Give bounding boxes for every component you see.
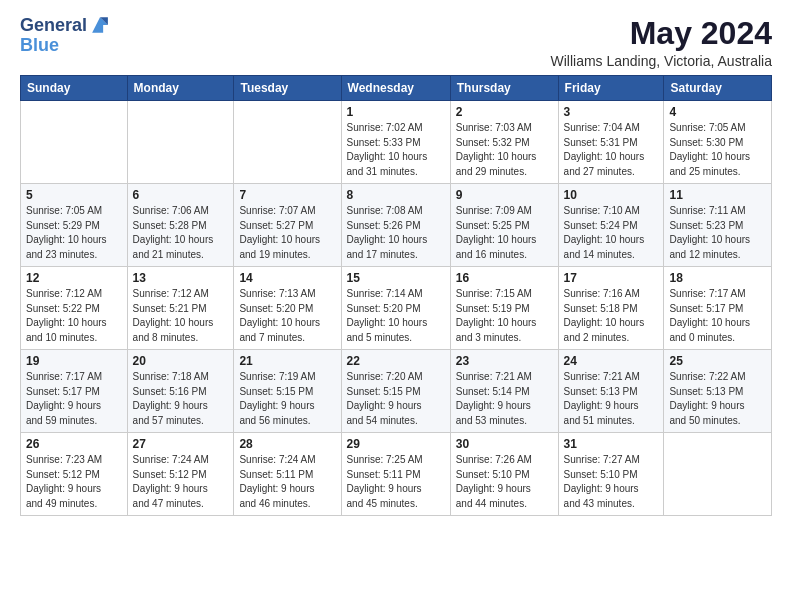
- day-number: 8: [347, 188, 445, 202]
- day-number: 3: [564, 105, 659, 119]
- calendar-week-row: 12Sunrise: 7:12 AMSunset: 5:22 PMDayligh…: [21, 267, 772, 350]
- day-info: Sunrise: 7:18 AMSunset: 5:16 PMDaylight:…: [133, 370, 229, 428]
- table-row: 9Sunrise: 7:09 AMSunset: 5:25 PMDaylight…: [450, 184, 558, 267]
- day-info: Sunrise: 7:04 AMSunset: 5:31 PMDaylight:…: [564, 121, 659, 179]
- table-row: 28Sunrise: 7:24 AMSunset: 5:11 PMDayligh…: [234, 433, 341, 516]
- table-row: 12Sunrise: 7:12 AMSunset: 5:22 PMDayligh…: [21, 267, 128, 350]
- table-row: 31Sunrise: 7:27 AMSunset: 5:10 PMDayligh…: [558, 433, 664, 516]
- table-row: 19Sunrise: 7:17 AMSunset: 5:17 PMDayligh…: [21, 350, 128, 433]
- day-number: 11: [669, 188, 766, 202]
- day-info: Sunrise: 7:24 AMSunset: 5:12 PMDaylight:…: [133, 453, 229, 511]
- day-info: Sunrise: 7:05 AMSunset: 5:29 PMDaylight:…: [26, 204, 122, 262]
- day-info: Sunrise: 7:22 AMSunset: 5:13 PMDaylight:…: [669, 370, 766, 428]
- table-row: 14Sunrise: 7:13 AMSunset: 5:20 PMDayligh…: [234, 267, 341, 350]
- day-info: Sunrise: 7:17 AMSunset: 5:17 PMDaylight:…: [26, 370, 122, 428]
- day-number: 27: [133, 437, 229, 451]
- table-row: 3Sunrise: 7:04 AMSunset: 5:31 PMDaylight…: [558, 101, 664, 184]
- calendar-week-row: 26Sunrise: 7:23 AMSunset: 5:12 PMDayligh…: [21, 433, 772, 516]
- table-row: 11Sunrise: 7:11 AMSunset: 5:23 PMDayligh…: [664, 184, 772, 267]
- table-row: 24Sunrise: 7:21 AMSunset: 5:13 PMDayligh…: [558, 350, 664, 433]
- table-row: 22Sunrise: 7:20 AMSunset: 5:15 PMDayligh…: [341, 350, 450, 433]
- table-row: 27Sunrise: 7:24 AMSunset: 5:12 PMDayligh…: [127, 433, 234, 516]
- day-number: 21: [239, 354, 335, 368]
- table-row: 6Sunrise: 7:06 AMSunset: 5:28 PMDaylight…: [127, 184, 234, 267]
- day-number: 18: [669, 271, 766, 285]
- location: Williams Landing, Victoria, Australia: [550, 53, 772, 69]
- day-info: Sunrise: 7:13 AMSunset: 5:20 PMDaylight:…: [239, 287, 335, 345]
- day-number: 14: [239, 271, 335, 285]
- day-number: 20: [133, 354, 229, 368]
- table-row: 25Sunrise: 7:22 AMSunset: 5:13 PMDayligh…: [664, 350, 772, 433]
- day-number: 26: [26, 437, 122, 451]
- col-wednesday: Wednesday: [341, 76, 450, 101]
- table-row: 8Sunrise: 7:08 AMSunset: 5:26 PMDaylight…: [341, 184, 450, 267]
- day-info: Sunrise: 7:20 AMSunset: 5:15 PMDaylight:…: [347, 370, 445, 428]
- day-info: Sunrise: 7:07 AMSunset: 5:27 PMDaylight:…: [239, 204, 335, 262]
- table-row: 26Sunrise: 7:23 AMSunset: 5:12 PMDayligh…: [21, 433, 128, 516]
- day-number: 30: [456, 437, 553, 451]
- calendar-week-row: 5Sunrise: 7:05 AMSunset: 5:29 PMDaylight…: [21, 184, 772, 267]
- table-row: 23Sunrise: 7:21 AMSunset: 5:14 PMDayligh…: [450, 350, 558, 433]
- table-row: 4Sunrise: 7:05 AMSunset: 5:30 PMDaylight…: [664, 101, 772, 184]
- col-tuesday: Tuesday: [234, 76, 341, 101]
- col-sunday: Sunday: [21, 76, 128, 101]
- day-info: Sunrise: 7:24 AMSunset: 5:11 PMDaylight:…: [239, 453, 335, 511]
- day-number: 16: [456, 271, 553, 285]
- day-number: 12: [26, 271, 122, 285]
- day-number: 9: [456, 188, 553, 202]
- calendar-header-row: Sunday Monday Tuesday Wednesday Thursday…: [21, 76, 772, 101]
- day-info: Sunrise: 7:06 AMSunset: 5:28 PMDaylight:…: [133, 204, 229, 262]
- table-row: 5Sunrise: 7:05 AMSunset: 5:29 PMDaylight…: [21, 184, 128, 267]
- table-row: 2Sunrise: 7:03 AMSunset: 5:32 PMDaylight…: [450, 101, 558, 184]
- day-info: Sunrise: 7:26 AMSunset: 5:10 PMDaylight:…: [456, 453, 553, 511]
- col-friday: Friday: [558, 76, 664, 101]
- day-info: Sunrise: 7:23 AMSunset: 5:12 PMDaylight:…: [26, 453, 122, 511]
- day-info: Sunrise: 7:27 AMSunset: 5:10 PMDaylight:…: [564, 453, 659, 511]
- calendar-table: Sunday Monday Tuesday Wednesday Thursday…: [20, 75, 772, 516]
- header: General Blue May 2024 Williams Landing, …: [20, 16, 772, 69]
- col-saturday: Saturday: [664, 76, 772, 101]
- logo-text-blue: Blue: [20, 36, 111, 56]
- title-block: May 2024 Williams Landing, Victoria, Aus…: [550, 16, 772, 69]
- logo-icon: [89, 14, 111, 36]
- day-info: Sunrise: 7:25 AMSunset: 5:11 PMDaylight:…: [347, 453, 445, 511]
- table-row: [234, 101, 341, 184]
- day-info: Sunrise: 7:11 AMSunset: 5:23 PMDaylight:…: [669, 204, 766, 262]
- page: General Blue May 2024 Williams Landing, …: [0, 0, 792, 532]
- day-info: Sunrise: 7:21 AMSunset: 5:14 PMDaylight:…: [456, 370, 553, 428]
- col-monday: Monday: [127, 76, 234, 101]
- day-info: Sunrise: 7:05 AMSunset: 5:30 PMDaylight:…: [669, 121, 766, 179]
- day-info: Sunrise: 7:16 AMSunset: 5:18 PMDaylight:…: [564, 287, 659, 345]
- table-row: 15Sunrise: 7:14 AMSunset: 5:20 PMDayligh…: [341, 267, 450, 350]
- table-row: [21, 101, 128, 184]
- table-row: 20Sunrise: 7:18 AMSunset: 5:16 PMDayligh…: [127, 350, 234, 433]
- day-info: Sunrise: 7:12 AMSunset: 5:21 PMDaylight:…: [133, 287, 229, 345]
- day-number: 6: [133, 188, 229, 202]
- day-info: Sunrise: 7:10 AMSunset: 5:24 PMDaylight:…: [564, 204, 659, 262]
- day-number: 13: [133, 271, 229, 285]
- day-number: 23: [456, 354, 553, 368]
- table-row: 17Sunrise: 7:16 AMSunset: 5:18 PMDayligh…: [558, 267, 664, 350]
- month-year: May 2024: [550, 16, 772, 51]
- table-row: 21Sunrise: 7:19 AMSunset: 5:15 PMDayligh…: [234, 350, 341, 433]
- table-row: 16Sunrise: 7:15 AMSunset: 5:19 PMDayligh…: [450, 267, 558, 350]
- day-info: Sunrise: 7:03 AMSunset: 5:32 PMDaylight:…: [456, 121, 553, 179]
- day-info: Sunrise: 7:21 AMSunset: 5:13 PMDaylight:…: [564, 370, 659, 428]
- day-info: Sunrise: 7:15 AMSunset: 5:19 PMDaylight:…: [456, 287, 553, 345]
- day-number: 22: [347, 354, 445, 368]
- day-info: Sunrise: 7:19 AMSunset: 5:15 PMDaylight:…: [239, 370, 335, 428]
- table-row: [127, 101, 234, 184]
- day-number: 15: [347, 271, 445, 285]
- logo: General Blue: [20, 16, 111, 56]
- day-number: 31: [564, 437, 659, 451]
- day-info: Sunrise: 7:02 AMSunset: 5:33 PMDaylight:…: [347, 121, 445, 179]
- calendar-week-row: 19Sunrise: 7:17 AMSunset: 5:17 PMDayligh…: [21, 350, 772, 433]
- table-row: 13Sunrise: 7:12 AMSunset: 5:21 PMDayligh…: [127, 267, 234, 350]
- day-info: Sunrise: 7:17 AMSunset: 5:17 PMDaylight:…: [669, 287, 766, 345]
- day-number: 1: [347, 105, 445, 119]
- table-row: 18Sunrise: 7:17 AMSunset: 5:17 PMDayligh…: [664, 267, 772, 350]
- table-row: 1Sunrise: 7:02 AMSunset: 5:33 PMDaylight…: [341, 101, 450, 184]
- day-number: 29: [347, 437, 445, 451]
- table-row: 29Sunrise: 7:25 AMSunset: 5:11 PMDayligh…: [341, 433, 450, 516]
- day-number: 17: [564, 271, 659, 285]
